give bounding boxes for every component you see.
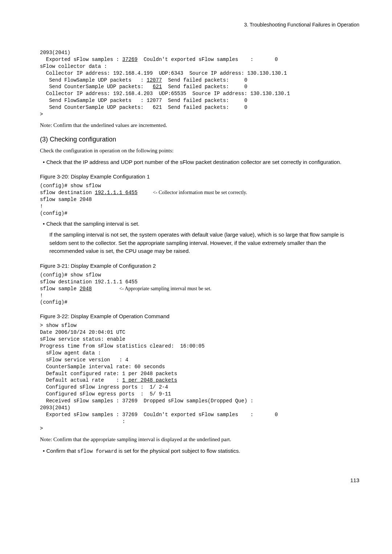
- code-line: sFlow service status: enable: [40, 336, 125, 342]
- inline-comment: <- Collector information must be set cor…: [153, 190, 247, 195]
- code-line: sFlow agent data :: [40, 350, 101, 356]
- code-line: [138, 190, 153, 196]
- code-line: 2093(2041): [40, 50, 70, 56]
- page-number: 113: [40, 477, 359, 483]
- code-block-fig320: (config)# show sflow sflow destination 1…: [40, 182, 359, 217]
- figure-caption: Figure 3-20: Display Example Configurati…: [40, 173, 359, 180]
- figure-caption: Figure 3-22: Display Example of Operatio…: [40, 313, 359, 319]
- underline-value: 12077: [147, 77, 162, 83]
- bullet-item: Check that the sampling interval is set.: [40, 220, 359, 228]
- code-block-fig322: > show sflow Date 2006/10/24 20:04:01 UT…: [40, 322, 359, 432]
- underline-value: 37269: [122, 57, 138, 62]
- inline-code: sflow forward: [77, 448, 117, 454]
- note-text: Note: Confirm that the underlined values…: [40, 122, 359, 129]
- section-heading: (3) Checking configuration: [40, 136, 359, 143]
- underline-value: 2048: [79, 286, 92, 292]
- code-line: sflow sample: [40, 286, 79, 292]
- code-line: Default configured rate: 1 per 2048 pack…: [40, 371, 177, 377]
- bullet-text: Confirm that: [46, 448, 77, 454]
- code-line: (config)#: [40, 210, 68, 216]
- code-line: Collector IP address: 192.168.4.203 UDP:…: [40, 91, 290, 97]
- code-line: Send failed packets: 0: [162, 77, 247, 83]
- code-block-continuation: 2093(2041) Exported sFlow samples : 3726…: [40, 49, 359, 118]
- section-intro: Check the configuration in operation on …: [40, 147, 359, 155]
- code-line: Couldn't exported sFlow samples : 0: [138, 57, 278, 62]
- code-line: Exported sFlow samples : 37269 Couldn't …: [40, 412, 278, 418]
- code-line: Exported sFlow samples :: [40, 57, 122, 62]
- code-line: sFlow service version : 4: [40, 357, 128, 363]
- underline-value: 192.1.1.1 6455: [95, 190, 138, 196]
- bullet-body: If the sampling interval is not set, the…: [49, 231, 359, 255]
- code-line: Send failed packets: 0: [162, 84, 247, 90]
- code-line: sflow sample 2048: [40, 197, 92, 202]
- code-line: (config)#: [40, 299, 68, 305]
- code-line: Send CounterSample UDP packets: 621 Send…: [40, 104, 247, 110]
- code-line: Collector IP address: 192.168.4.199 UDP:…: [40, 70, 287, 76]
- code-line: 2093(2041): [40, 405, 70, 411]
- code-line: > show sflow: [40, 323, 77, 328]
- figure-caption: Figure 3-21: Display Example of Configur…: [40, 263, 359, 269]
- code-line: Send FlowSample UDP packets :: [40, 77, 147, 83]
- page-header: 3. Troubleshooting Functional Failures i…: [40, 22, 359, 28]
- inline-comment: <- Appropriate sampling interval must be…: [119, 286, 211, 291]
- code-block-fig321: (config)# show sflow sflow destination 1…: [40, 272, 359, 306]
- code-line: (config)# show sflow: [40, 272, 101, 278]
- underline-value: 621: [153, 84, 162, 90]
- code-line: Received sFlow samples : 37269 Dropped s…: [40, 398, 253, 404]
- code-line: sflow destination 192.1.1.1 6455: [40, 279, 138, 285]
- code-line: Date 2006/10/24 20:04:01 UTC: [40, 329, 125, 335]
- code-line: Send FlowSample UDP packets : 12077 Send…: [40, 98, 247, 103]
- bullet-text: is set for the physical port subject to …: [117, 448, 240, 454]
- code-line: CounterSample interval rate: 60 seconds: [40, 364, 165, 370]
- code-line: !: [40, 293, 43, 299]
- code-line: Default actual rate :: [40, 377, 122, 383]
- code-line: sFlow collector data :: [40, 63, 107, 69]
- bullet-item: Check that the IP address and UDP port n…: [40, 158, 359, 167]
- code-line: sflow destination: [40, 190, 95, 196]
- code-line: [92, 286, 119, 292]
- code-line: >: [40, 426, 43, 431]
- code-line: >: [40, 111, 43, 117]
- code-line: Send CounterSample UDP packets:: [40, 84, 153, 90]
- note-text: Note: Confirm that the appropriate sampl…: [40, 436, 359, 443]
- bullet-item: Confirm that sflow forward is set for th…: [40, 447, 359, 455]
- code-line: !: [40, 204, 43, 209]
- code-line: Configured sFlow ingress ports : 1/ 2-4: [40, 384, 168, 390]
- code-line: :: [40, 419, 125, 424]
- code-line: (config)# show sflow: [40, 183, 101, 189]
- code-line: Configured sFlow egress ports : 5/ 9-11: [40, 391, 171, 397]
- underline-value: 1 per 2048 packets: [122, 377, 177, 383]
- code-line: Progress time from sFlow statistics clea…: [40, 343, 205, 349]
